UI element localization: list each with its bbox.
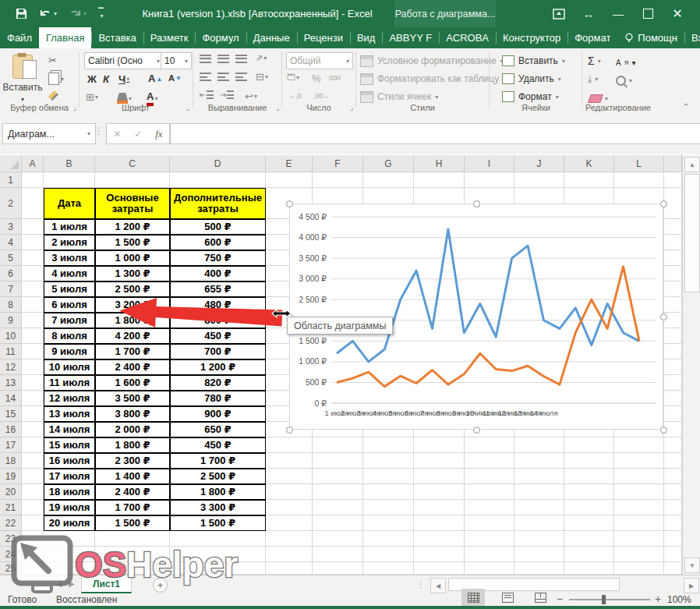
align-top-button[interactable] (200, 55, 211, 63)
page-layout-view-button[interactable] (496, 589, 519, 606)
column-header-B[interactable]: B (44, 155, 95, 172)
table-cell[interactable]: 1 300 ₽ (95, 266, 170, 281)
underline-button[interactable]: Ч▾ (118, 73, 129, 85)
collapse-ribbon-icon[interactable]: ⌃ (683, 102, 689, 111)
row-header-23[interactable]: 23 (0, 531, 22, 547)
name-box[interactable]: Диаграм... ▾ (2, 123, 96, 144)
align-middle-button[interactable] (217, 55, 229, 63)
row-header-21[interactable]: 21 (0, 500, 22, 515)
table-cell[interactable]: 655 ₽ (170, 281, 266, 297)
table-cell[interactable]: 1 800 ₽ (95, 437, 170, 453)
zoom-in-icon[interactable]: + (655, 593, 661, 604)
table-cell[interactable]: 3 800 ₽ (95, 406, 170, 422)
chart-resize-handle[interactable] (473, 200, 480, 207)
table-cell[interactable]: 1 июля (44, 219, 95, 235)
table-cell[interactable]: 2 400 ₽ (95, 484, 170, 500)
column-header-A[interactable]: A (22, 155, 44, 172)
column-header-G[interactable]: G (363, 155, 414, 172)
table-cell[interactable]: 9 июля (44, 344, 95, 359)
tab-help[interactable]: Помощн (617, 27, 684, 48)
table-cell[interactable]: 1 600 ₽ (95, 375, 170, 391)
table-cell[interactable]: 1 700 ₽ (95, 344, 170, 359)
zoom-slider-thumb[interactable] (602, 595, 606, 604)
table-cell[interactable]: 900 ₽ (170, 406, 266, 422)
chart-resize-handle[interactable] (660, 313, 667, 320)
row-header-9[interactable]: 9 (0, 313, 22, 328)
row-header-18[interactable]: 18 (0, 453, 22, 469)
table-cell[interactable]: 1 700 ₽ (170, 453, 266, 469)
number-dialog-launcher[interactable]: ⌟ (350, 104, 353, 112)
table-cell[interactable]: 600 ₽ (170, 235, 266, 250)
table-cell[interactable]: 5 июля (44, 281, 95, 297)
row-header-14[interactable]: 14 (0, 391, 22, 406)
table-header-cell[interactable]: Дополнительные затраты (170, 188, 266, 219)
chart-resize-handle[interactable] (286, 200, 293, 207)
column-header-C[interactable]: C (95, 155, 170, 172)
align-bottom-button[interactable] (235, 55, 247, 63)
cut-button[interactable]: ✂ (48, 55, 57, 66)
table-cell[interactable]: 7 июля (44, 313, 95, 328)
name-box-dropdown-icon[interactable]: ▾ (87, 130, 90, 137)
resize-arrows-icon[interactable]: ↔ (574, 0, 603, 27)
table-cell[interactable]: 1 700 ₽ (95, 500, 170, 515)
customize-qat-icon[interactable]: ▔▾ (98, 10, 104, 18)
ribbon-display-options-icon[interactable] (544, 0, 574, 27)
cell-styles-button[interactable]: Стили ячеек▾ (360, 89, 438, 104)
zoom-out-icon[interactable]: − (557, 593, 563, 604)
tab-разметк[interactable]: Разметк (143, 27, 196, 48)
row-header-6[interactable]: 6 (0, 266, 22, 281)
table-cell[interactable]: 3 500 ₽ (95, 391, 170, 406)
tab-главная[interactable]: Главная (39, 27, 91, 48)
table-cell[interactable]: 17 июля (44, 469, 95, 484)
increase-decimal-button[interactable]: ←,0 (288, 92, 302, 100)
table-cell[interactable]: 4 июля (44, 266, 95, 281)
table-cell[interactable]: 4 200 ₽ (95, 328, 170, 344)
table-cell[interactable]: 14 июля (44, 422, 95, 437)
find-select-button[interactable]: ▾ (616, 73, 632, 88)
table-header-cell[interactable]: Основные затраты (95, 188, 170, 219)
table-cell[interactable]: 3 300 ₽ (170, 500, 266, 515)
format-cells-button[interactable]: Формат▾ (502, 89, 559, 104)
table-cell[interactable]: 16 июля (44, 453, 95, 469)
conditional-formatting-button[interactable]: Условное форматирование▾ (360, 53, 504, 69)
copy-button[interactable]: ▾ (48, 73, 64, 85)
insert-cells-button[interactable]: Вставить▾ (502, 53, 565, 69)
align-center-button[interactable] (217, 73, 229, 81)
tab-вид[interactable]: Вид (350, 27, 383, 48)
row-header-4[interactable]: 4 (0, 235, 22, 250)
undo-icon[interactable]: ▾ (39, 9, 57, 19)
table-cell[interactable]: 820 ₽ (170, 375, 266, 391)
enter-formula-icon[interactable]: ✓ (134, 129, 142, 140)
row-header-11[interactable]: 11 (0, 344, 22, 359)
vertical-scroll-thumb[interactable] (684, 174, 700, 292)
row-header-24[interactable]: 24 (0, 547, 22, 562)
insert-function-icon[interactable]: fx (155, 128, 162, 140)
select-all-corner[interactable] (0, 155, 22, 172)
increase-font-button[interactable]: А▲ (148, 73, 162, 85)
font-name-select[interactable]: Calibri (Осно▾ (84, 52, 164, 69)
maximize-button[interactable] (633, 0, 663, 27)
merge-center-button[interactable]: ⊟▾ (256, 71, 268, 83)
row-header-20[interactable]: 20 (0, 484, 22, 500)
table-cell[interactable]: 19 июля (44, 500, 95, 515)
row-header-25[interactable]: 25 (0, 562, 22, 575)
column-header-H[interactable]: H (414, 155, 465, 172)
page-break-view-button[interactable] (529, 589, 552, 606)
column-header-K[interactable]: K (564, 155, 614, 172)
normal-view-button[interactable] (461, 589, 485, 606)
table-cell[interactable]: 1 800 ₽ (170, 484, 266, 500)
column-header-J[interactable]: J (514, 155, 564, 172)
row-header-15[interactable]: 15 (0, 406, 22, 422)
table-cell[interactable]: 2 400 ₽ (95, 359, 170, 375)
percent-style-button[interactable]: % (312, 73, 321, 84)
tab-конструктор[interactable]: Конструктор (496, 27, 567, 48)
table-cell[interactable]: 10 июля (44, 359, 95, 375)
row-header-3[interactable]: 3 (0, 219, 22, 235)
table-cell[interactable]: 1 500 ₽ (95, 515, 170, 531)
number-format-select[interactable]: Общий▾ (286, 52, 353, 69)
align-left-button[interactable] (200, 73, 211, 81)
row-header-17[interactable]: 17 (0, 437, 22, 453)
scroll-right-icon[interactable]: ▶ (684, 578, 699, 593)
table-cell[interactable]: 1 500 ₽ (170, 515, 266, 531)
vertical-scrollbar[interactable]: ▲ ▼ (682, 155, 700, 575)
